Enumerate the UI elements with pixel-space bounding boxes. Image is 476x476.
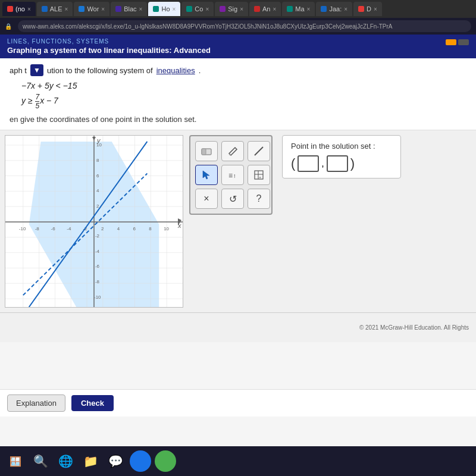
svg-text:-6: -6 [51,226,56,231]
graph-container[interactable]: y x -10 -8 -6 -4 -2 2 4 6 8 10 10 8 6 4 … [5,135,183,308]
cursor-tool[interactable] [195,165,218,185]
page-title: Graphing a system of two linear inequali… [7,46,469,55]
tab-close[interactable]: × [374,6,377,12]
problem-area: aph t ▼ ution to the following system of… [0,58,476,130]
footer: © 2021 McGraw-Hill Education. All Rights [0,312,476,342]
tab-favicon [321,6,327,12]
check-button[interactable]: Check [71,395,114,411]
tab-favicon [220,6,226,12]
svg-text:-8: -8 [95,279,100,284]
eraser-tool[interactable] [195,141,218,161]
tab-close[interactable]: × [173,6,176,12]
point-input-section: Point in the solution set : ( , ) [282,135,401,178]
svg-text:6: 6 [96,173,99,178]
svg-text:+: + [259,176,261,180]
svg-text:2: 2 [101,226,104,231]
tab-wor[interactable]: Wor × [74,2,109,16]
inequalities-link[interactable]: inequalities [156,66,195,75]
tab-close[interactable]: × [101,6,105,12]
tab-label: ALE [50,5,62,12]
svg-text:8: 8 [149,226,152,231]
comma-separator: , [321,158,324,169]
tab-co[interactable]: Co × [181,2,214,16]
svg-marker-49 [203,171,209,179]
taskbar-windows[interactable]: 🪟 [5,450,26,472]
taskbar: 🪟 🔍 🌐 📁 💬 [0,446,476,476]
header-bar: LINES, FUNCTIONS, SYSTEMS Graphing a sys… [0,35,476,58]
delete-tool[interactable]: × [195,189,218,209]
progress-bar [446,39,469,45]
svg-text:-10: -10 [19,226,26,231]
svg-text:-2: -2 [95,233,100,239]
tab-d[interactable]: D × [353,2,382,16]
svg-text:-4: -4 [67,226,71,231]
svg-line-48 [255,147,263,155]
undo-icon: ↺ [229,193,237,205]
help-icon: ? [256,193,262,204]
tab-close[interactable]: × [240,6,243,12]
delete-icon: × [203,193,209,204]
tab-ma[interactable]: Ma × [282,2,315,16]
point-x-input[interactable] [298,155,319,172]
pencil-tool[interactable] [221,141,244,161]
tab-blac[interactable]: Blac × [111,2,147,16]
line-tool[interactable] [248,141,270,161]
address-text: www-awn.aleks.com/alekscgi/x/lsl.exe/1o_… [23,23,393,30]
dotted-tool[interactable]: ≡! [221,165,244,185]
tab-jaa[interactable]: Jaa: × [316,2,352,16]
svg-text:-6: -6 [95,264,100,269]
address-input[interactable]: www-awn.aleks.com/alekscgi/x/lsl.exe/1o_… [18,20,471,32]
help-tool[interactable]: ? [248,189,270,209]
svg-text:4: 4 [117,226,120,231]
period: . [199,66,201,75]
tab-favicon-aleks [153,6,159,12]
tab-label: D [367,5,371,12]
svg-text:4: 4 [96,188,99,193]
tab-ale[interactable]: ALE × [37,2,73,16]
tab-close[interactable]: × [27,6,31,12]
inequality-2: y ≥ 7 5 x − 7 [21,93,466,110]
taskbar-search[interactable]: 🔍 [30,450,51,472]
tab-close[interactable]: × [65,6,68,12]
tab-label: Sig [228,5,237,12]
point-inputs-row: ( , ) [291,155,392,172]
point-y-input[interactable] [327,155,348,172]
section-subtitle: LINES, FUNCTIONS, SYSTEMS [7,38,469,45]
svg-text:-8: -8 [35,226,40,231]
svg-rect-47 [202,149,206,155]
tab-close[interactable]: × [273,6,276,12]
tab-close[interactable]: × [205,6,209,12]
tab-close[interactable]: × [307,6,311,12]
tab-label: Ma [295,5,304,12]
instruction-prefix: aph t [10,66,27,75]
tab-close[interactable]: × [344,6,347,12]
tab-favicon [358,6,364,12]
point-label: Point in the solution set : [291,142,392,151]
dropdown-button[interactable]: ▼ [30,64,43,76]
svg-text:10: 10 [164,226,169,231]
tab-label: Wor [87,5,99,12]
undo-tool[interactable]: ↺ [221,189,244,209]
tab-favicon [42,6,48,12]
grid-tool[interactable]: + [248,165,270,185]
fraction-numerator: 7 [35,93,39,101]
tab-favicon [7,6,13,12]
taskbar-blue-circle[interactable] [130,450,151,472]
tab-an[interactable]: An × [249,2,281,16]
tab-current[interactable]: (no × [2,2,36,16]
tab-label: Jaa: [329,5,342,12]
svg-text:≡: ≡ [228,171,233,180]
explanation-button[interactable]: Explanation [7,394,65,412]
problem-instruction-row: aph t ▼ ution to the following system of… [10,64,466,76]
taskbar-chat[interactable]: 💬 [105,450,126,472]
graph-svg: y x -10 -8 -6 -4 -2 2 4 6 8 10 10 8 6 4 … [5,136,183,307]
svg-text:-10: -10 [94,295,101,300]
taskbar-folder[interactable]: 📁 [80,450,101,472]
taskbar-green-circle[interactable] [155,450,176,472]
svg-text:2: 2 [96,203,99,209]
tab-sig[interactable]: Sig × [215,2,248,16]
tab-close[interactable]: × [139,6,143,12]
taskbar-browser[interactable]: 🌐 [55,450,76,472]
tab-label: Ho [161,5,170,12]
tab-ho[interactable]: Ho × [148,2,180,16]
